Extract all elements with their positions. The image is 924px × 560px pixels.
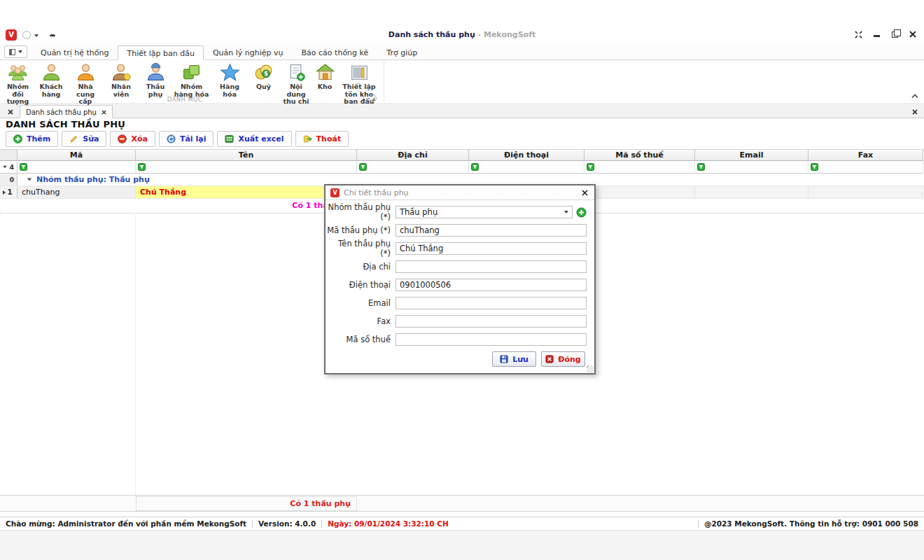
status-date: Ngày: 09/01/2024 3:32:10 CH <box>328 519 449 528</box>
data-row-indicator: 1 <box>0 186 18 199</box>
ribbon-item-thau-phu[interactable]: Thầu phụ <box>139 62 172 99</box>
column-header-dien-thoai[interactable]: Điện thoại <box>469 149 584 161</box>
column-header-ten[interactable]: Tên <box>136 149 357 161</box>
fullscreen-icon[interactable] <box>854 30 862 38</box>
save-button[interactable]: Lưu <box>492 351 536 367</box>
ribbon-item-quy[interactable]: $ Quỹ <box>248 62 279 92</box>
chevron-down-icon[interactable] <box>34 34 38 37</box>
ribbon-item-kho[interactable]: Kho <box>313 62 337 92</box>
ribbon-item-khach-hang[interactable]: Khách hàng <box>34 62 68 99</box>
filter-cell-ma[interactable] <box>18 161 136 174</box>
ma-thau-phu-input[interactable] <box>396 224 587 237</box>
qat-circle-button[interactable] <box>22 31 31 39</box>
cell-ma: chuThang <box>18 186 136 199</box>
grid-filter-row: 4 <box>0 161 924 174</box>
dialog-title: Chi tiết thầu phụ <box>344 188 580 197</box>
subcontractor-icon <box>146 62 166 83</box>
ribbon-collapse-chevron-icon[interactable] <box>911 92 918 101</box>
ribbon-tab-quan-tri-he-thong[interactable]: Quản trị hệ thống <box>31 45 118 59</box>
save-floppy-icon <box>500 355 508 363</box>
tab-close-icon[interactable] <box>102 110 106 115</box>
tabstrip-close-right-icon[interactable] <box>910 107 920 116</box>
ribbon-item-nhan-vien[interactable]: Nhân viên <box>103 62 139 99</box>
ribbon-group-expand-button[interactable] <box>369 94 377 102</box>
nhom-thau-phu-combobox[interactable] <box>396 206 573 218</box>
reload-icon <box>167 134 176 144</box>
close-x-icon <box>545 355 554 363</box>
edit-button[interactable]: Sửa <box>62 131 106 147</box>
field-label-fax: Fax <box>326 316 396 326</box>
ma-so-thue-input[interactable] <box>396 333 587 346</box>
delete-button[interactable]: Xóa <box>110 131 155 147</box>
status-welcome: Chào mừng: Administrator đến với phần mề… <box>6 519 246 528</box>
ribbon-item-nhom-hang-hoa[interactable]: Nhóm hàng hóa <box>172 62 211 99</box>
filter-icon <box>811 163 818 171</box>
document-tab-danh-sach-thau-phu[interactable]: Danh sách thầu phụ <box>20 105 113 118</box>
pencil-icon <box>69 134 78 144</box>
field-label-dien-thoai: Điện thoại <box>326 280 396 290</box>
exit-icon <box>303 134 312 144</box>
filter-icon <box>359 163 367 171</box>
qat-dropdown-icon[interactable] <box>50 34 55 37</box>
plus-circle-icon <box>13 134 22 144</box>
dialog-close-icon[interactable] <box>580 188 589 197</box>
status-separator <box>252 520 253 528</box>
exit-button[interactable]: Thoát <box>295 131 349 147</box>
column-header-ma-so-thue[interactable]: Mã số thuế <box>584 149 695 161</box>
add-button[interactable]: Thêm <box>6 131 58 147</box>
filter-cell-dia-chi[interactable] <box>357 161 469 174</box>
ribbon-tab-tro-giup[interactable]: Trợ giúp <box>377 45 426 59</box>
combo-dropdown-icon[interactable] <box>564 211 568 214</box>
warehouse-icon <box>315 62 335 83</box>
ribbon-layout-split-button[interactable] <box>4 46 27 58</box>
supplier-icon <box>76 62 96 83</box>
filter-cell-dien-thoai[interactable] <box>469 161 584 174</box>
ribbon-tab-quan-ly-nghiep-vu[interactable]: Quản lý nghiệp vụ <box>204 45 293 59</box>
column-header-email[interactable]: Email <box>695 149 808 161</box>
fax-input[interactable] <box>396 315 587 328</box>
minimize-icon[interactable] <box>872 30 881 38</box>
email-input[interactable] <box>396 297 587 309</box>
field-label-nhom-thau-phu: Nhóm thầu phụ (*) <box>326 202 396 222</box>
filter-cell-fax[interactable] <box>808 161 923 174</box>
field-label-ma-thau-phu: Mã thầu phụ (*) <box>326 225 396 235</box>
filter-cell-ten[interactable] <box>136 161 357 174</box>
ten-thau-phu-input[interactable] <box>396 242 587 255</box>
ribbon-group-separator <box>384 62 384 101</box>
stock-setup-icon <box>349 62 370 83</box>
close-icon[interactable] <box>909 30 917 38</box>
svg-text:$: $ <box>264 70 268 77</box>
detail-dialog: V Chi tiết thầu phụ Nhóm thầu phụ (*) Mã… <box>324 184 596 374</box>
collapse-triangle-icon[interactable] <box>27 178 31 181</box>
filter-cell-ma-so-thue[interactable] <box>584 161 695 174</box>
ribbon-tab-thiet-lap-ban-dau[interactable]: Thiết lập ban đầu <box>118 46 204 60</box>
field-label-ten-thau-phu: Tên thầu phụ (*) <box>326 239 396 258</box>
filter-icon <box>138 163 146 171</box>
filter-icon <box>587 163 594 171</box>
dia-chi-input[interactable] <box>396 260 587 273</box>
current-row-arrow-icon <box>3 190 6 195</box>
add-group-icon[interactable] <box>576 207 587 218</box>
ribbon-item-hang-hoa[interactable]: Hàng hóa <box>211 62 248 99</box>
application-window: V Danh sách thầu phụ - MekongSoft Quản t… <box>0 0 924 560</box>
column-header-dia-chi[interactable]: Địa chỉ <box>357 149 469 161</box>
status-separator <box>321 520 322 528</box>
column-header-ma[interactable]: Mã <box>18 149 136 161</box>
bottom-strip <box>0 530 924 560</box>
star-icon <box>220 62 240 83</box>
pane-icon <box>9 49 15 55</box>
filter-cell-email[interactable] <box>695 161 808 174</box>
dialog-title-bar[interactable]: V Chi tiết thầu phụ <box>326 186 594 200</box>
restore-icon[interactable] <box>890 30 899 38</box>
tabstrip-close-left-icon[interactable] <box>6 107 15 116</box>
column-header-fax[interactable]: Fax <box>808 149 923 161</box>
dien-thoai-input[interactable] <box>396 279 587 291</box>
dialog-close-button[interactable]: Đóng <box>541 351 585 367</box>
cell-ma-so-thue <box>584 186 695 199</box>
document-tab-strip: Danh sách thầu phụ <box>0 105 924 118</box>
reload-button[interactable]: Tải lại <box>159 131 214 147</box>
ribbon-tab-bao-cao-thong-ke[interactable]: Báo cáo thống kê <box>293 45 378 59</box>
dialog-resize-grip[interactable] <box>587 365 594 372</box>
export-excel-button[interactable]: Xuất excel <box>217 131 291 147</box>
status-support: @2023 MekongSoft. Thông tin hỗ trợ: 0901… <box>704 519 918 528</box>
